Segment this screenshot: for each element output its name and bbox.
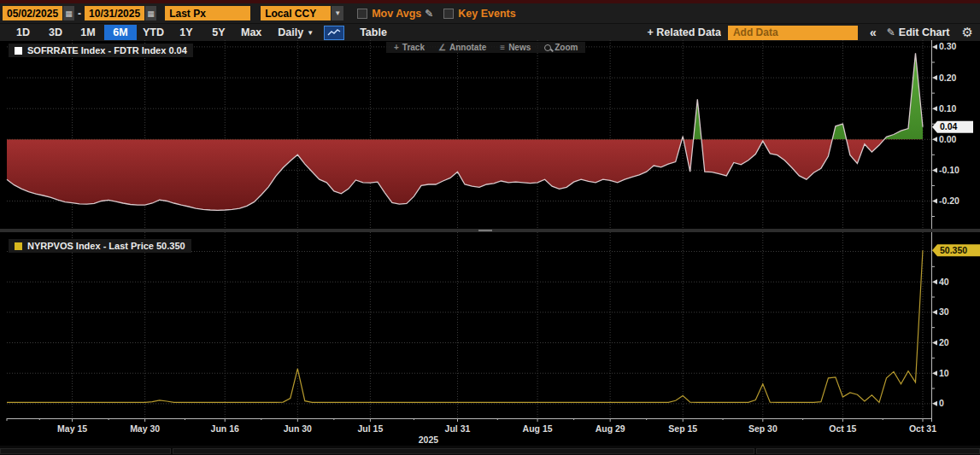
svg-text:May 15: May 15: [57, 423, 87, 434]
range-button-5y[interactable]: 5Y: [202, 25, 235, 40]
range-button-1y[interactable]: 1Y: [170, 25, 202, 40]
svg-text:0: 0: [939, 398, 944, 408]
calendar-icon[interactable]: ▦: [63, 6, 74, 20]
range-button-3d[interactable]: 3D: [39, 25, 72, 40]
svg-text:Aug 15: Aug 15: [523, 423, 553, 434]
collapse-toolbar-button[interactable]: «: [870, 26, 877, 39]
svg-text:0.04: 0.04: [940, 121, 958, 131]
track-button[interactable]: + Track: [394, 43, 425, 52]
bottom-status-strip: [0, 446, 980, 455]
svg-text:Sep 30: Sep 30: [748, 423, 778, 434]
pencil-icon[interactable]: ✎: [425, 8, 433, 20]
periodicity-caret-icon: ▼: [307, 29, 314, 37]
top-panel-legend-label: SOFRRATE Index - FDTR Index 0.04: [27, 45, 187, 55]
range-button-ytd[interactable]: YTD: [137, 25, 170, 40]
svg-text:0.10: 0.10: [939, 103, 957, 114]
top-panel-legend[interactable]: SOFRRATE Index - FDTR Index 0.04: [9, 44, 193, 57]
status-segment: [173, 448, 754, 454]
svg-text:0.00: 0.00: [939, 134, 957, 144]
add-data-input[interactable]: Add Data: [728, 26, 858, 40]
svg-text:Oct 15: Oct 15: [829, 423, 856, 434]
status-segment: [756, 448, 980, 454]
start-date-value: 05/02/2025: [7, 8, 58, 20]
end-date-value: 10/31/2025: [89, 8, 140, 20]
svg-text:Oct 31: Oct 31: [909, 423, 936, 434]
end-date-field[interactable]: 10/31/2025: [85, 6, 144, 20]
spread-chart-panel[interactable]: 0.300.200.100.00-0.10-0.200.04: [0, 40, 980, 229]
key-events-label: Key Events: [458, 8, 515, 20]
magnifier-icon: [544, 44, 551, 51]
start-date-field[interactable]: 05/02/2025: [3, 6, 62, 20]
annotate-label: Annotate: [449, 43, 486, 52]
price-source-value: Last Px: [169, 8, 206, 20]
zoom-label: Zoom: [555, 43, 578, 52]
bottom-panel-legend-label: NYRPVOS Index - Last Price 50.350: [27, 241, 185, 251]
mov-avgs-label: Mov Avgs: [372, 8, 421, 20]
range-button-1m[interactable]: 1M: [72, 25, 104, 40]
calendar-icon[interactable]: ▦: [145, 6, 156, 20]
currency-field[interactable]: Local CCY: [261, 6, 331, 20]
svg-text:50.350: 50.350: [940, 245, 967, 255]
bloomberg-chart-window: 05/02/2025 ▦ - 10/31/2025 ▦ Last Px Loca…: [0, 0, 980, 455]
svg-text:Jul 15: Jul 15: [358, 423, 384, 434]
price-source-field[interactable]: Last Px: [165, 6, 250, 20]
periodicity-dropdown[interactable]: Daily: [278, 26, 303, 38]
svg-text:Aug 29: Aug 29: [596, 423, 625, 434]
nyrpvos-chart-panel[interactable]: 40302010050.350: [0, 232, 980, 418]
panel-resize-handle[interactable]: [478, 230, 492, 231]
track-label: Track: [402, 43, 425, 52]
chart-range-toolbar: 1D 3D 1M 6M YTD 1Y 5Y Max Daily ▼ Table …: [0, 23, 980, 41]
periodicity-value: Daily: [278, 26, 303, 38]
svg-text:10: 10: [939, 368, 949, 378]
add-data-placeholder: Add Data: [733, 26, 778, 38]
zoom-button[interactable]: Zoom: [544, 43, 578, 52]
news-label: News: [508, 43, 531, 52]
svg-text:May 30: May 30: [130, 423, 160, 434]
annotate-angle-icon: ∠: [438, 43, 446, 52]
svg-text:30: 30: [939, 306, 949, 317]
range-button-max[interactable]: Max: [235, 25, 267, 40]
bottom-panel-legend[interactable]: NYRPVOS Index - Last Price 50.350: [9, 239, 191, 253]
svg-text:Jul 31: Jul 31: [445, 423, 471, 434]
svg-text:-0.10: -0.10: [939, 165, 959, 175]
svg-text:Jun 30: Jun 30: [284, 423, 312, 434]
status-segment: [0, 448, 171, 454]
annotate-button[interactable]: ∠ Annotate: [438, 43, 486, 52]
svg-text:-0.20: -0.20: [939, 195, 959, 206]
series-swatch-icon: [15, 47, 22, 55]
track-crosshair-icon: +: [394, 43, 399, 52]
news-lines-icon: ≡: [500, 43, 505, 52]
edit-chart-button[interactable]: Edit Chart: [899, 26, 950, 38]
key-events-checkbox[interactable]: [443, 9, 454, 19]
svg-text:2025: 2025: [419, 435, 439, 445]
news-button[interactable]: ≡ News: [500, 43, 531, 52]
range-button-1d[interactable]: 1D: [7, 25, 39, 40]
series-swatch-icon: [15, 242, 22, 250]
chart-settings-toolbar: 05/02/2025 ▦ - 10/31/2025 ▦ Last Px Loca…: [0, 3, 980, 23]
table-button[interactable]: Table: [360, 26, 387, 38]
chart-hover-tools: + Track ∠ Annotate ≡ News Zoom: [386, 42, 585, 53]
line-chart-type-icon[interactable]: [324, 26, 344, 40]
svg-text:0.30: 0.30: [939, 41, 957, 51]
gear-icon[interactable]: ⚙: [962, 25, 973, 40]
mov-avgs-checkbox[interactable]: [357, 9, 367, 19]
svg-text:20: 20: [939, 337, 949, 347]
related-data-button[interactable]: + Related Data: [647, 26, 721, 38]
svg-text:0.20: 0.20: [939, 73, 957, 83]
edit-chart-pencil-icon: ✎: [887, 26, 895, 38]
svg-text:40: 40: [939, 277, 949, 287]
svg-text:Jun 16: Jun 16: [211, 423, 239, 434]
currency-dropdown-caret-icon[interactable]: ▼: [332, 6, 343, 20]
currency-value: Local CCY: [265, 8, 316, 20]
date-range-separator: -: [78, 8, 81, 20]
svg-text:Sep 15: Sep 15: [668, 423, 697, 434]
range-button-6m[interactable]: 6M: [104, 25, 137, 40]
